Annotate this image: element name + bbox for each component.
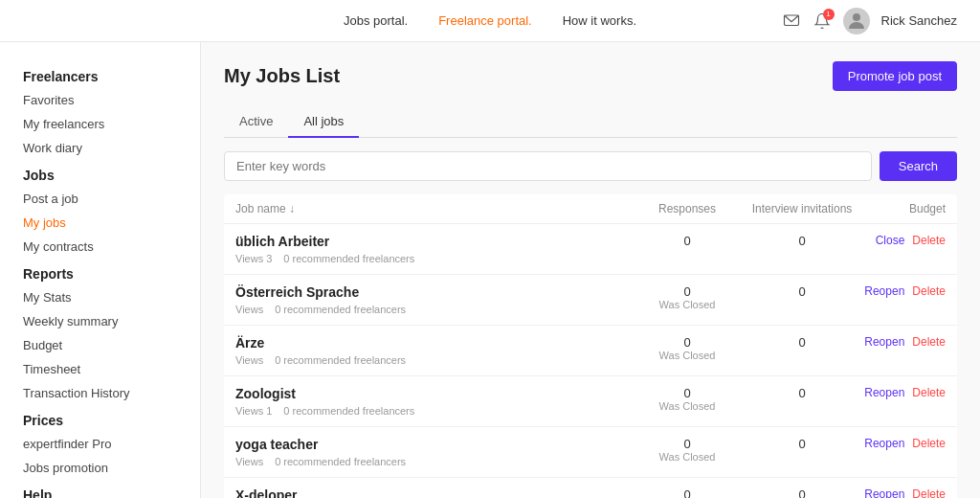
job-title: X-deloper (235, 487, 639, 498)
job-invitations: 0 (735, 437, 869, 451)
sidebar-item-favorites[interactable]: Favorites (0, 88, 200, 112)
job-responses: 0 (639, 386, 735, 400)
delete-link[interactable]: Delete (912, 437, 946, 450)
sidebar-item-budget[interactable]: Budget (0, 333, 200, 357)
col-budget: Budget (869, 202, 946, 215)
sidebar: Freelancers Favorites My freelancers Wor… (0, 42, 201, 498)
reopen-link[interactable]: Reopen (864, 437, 904, 450)
notification-badge: 1 (823, 9, 835, 20)
messages-icon[interactable] (782, 11, 801, 31)
tab-all-jobs[interactable]: All jobs (288, 106, 359, 138)
job-recommended: 0 recommended freelancers (283, 405, 414, 417)
sidebar-section-jobs: Jobs (0, 160, 200, 187)
close-link[interactable]: Close (876, 234, 905, 247)
delete-link[interactable]: Delete (912, 284, 946, 298)
job-responses: 0 (639, 284, 735, 299)
job-actions: ReopenDelete (869, 284, 946, 298)
sidebar-section-freelancers: Freelancers (0, 61, 200, 88)
job-responses: 0 (639, 234, 735, 248)
job-actions: ReopenDelete (869, 437, 946, 450)
job-recommended: 0 recommended freelancers (275, 456, 406, 467)
search-bar: Search (224, 151, 957, 181)
job-meta: Views 1 0 recommended freelancers (235, 405, 639, 417)
sidebar-item-timesheet[interactable]: Timesheet (0, 357, 200, 381)
job-status: Was Closed (639, 350, 735, 361)
jobs-list: üblich Arbeiter Views 3 0 recommended fr… (224, 224, 957, 498)
tab-active[interactable]: Active (224, 106, 288, 138)
job-views: Views (235, 304, 263, 315)
job-views: Views 1 (235, 405, 272, 417)
sidebar-item-weekly-summary[interactable]: Weekly summary (0, 309, 200, 333)
reopen-link[interactable]: Reopen (864, 386, 904, 399)
delete-link[interactable]: Delete (912, 234, 946, 247)
nav-links: Jobs portal. Freelance portal. How it wo… (344, 13, 636, 28)
job-actions: CloseDelete (869, 234, 946, 247)
promote-job-post-button[interactable]: Promote job post (833, 61, 957, 91)
page-title: My Jobs List (224, 65, 340, 87)
reopen-link[interactable]: Reopen (864, 487, 904, 498)
job-recommended: 0 recommended freelancers (283, 253, 414, 264)
job-meta: Views 3 0 recommended freelancers (235, 253, 639, 264)
job-views: Views 3 (235, 253, 272, 264)
job-responses: 0 (639, 335, 735, 350)
job-invitations: 0 (735, 487, 869, 498)
jobs-table: Job name ↓ Responses Interview invitatio… (224, 194, 957, 498)
job-status: Was Closed (639, 451, 735, 463)
job-recommended: 0 recommended freelancers (275, 304, 406, 315)
sidebar-item-my-contracts[interactable]: My contracts (0, 235, 200, 259)
sidebar-item-my-stats[interactable]: My Stats (0, 285, 200, 309)
nav-freelance-portal[interactable]: Freelance portal. (438, 13, 532, 28)
job-actions: ReopenDelete (869, 386, 946, 399)
sidebar-section-reports: Reports (0, 259, 200, 285)
nav-how-it-works[interactable]: How it works. (563, 13, 636, 28)
search-input[interactable] (224, 151, 872, 181)
sidebar-item-transaction-history[interactable]: Transaction History (0, 381, 200, 405)
delete-link[interactable]: Delete (912, 487, 946, 498)
delete-link[interactable]: Delete (912, 335, 946, 349)
job-title: Österreich Sprache (235, 284, 639, 300)
sidebar-item-post-a-job[interactable]: Post a job (0, 187, 200, 211)
sidebar-item-my-jobs[interactable]: My jobs (0, 211, 200, 235)
job-responses: 0 (639, 437, 735, 451)
job-title: yoga teacher (235, 437, 639, 452)
job-title: Zoologist (235, 386, 639, 401)
main-content: My Jobs List Promote job post Active All… (201, 42, 980, 498)
sidebar-item-expertfinder-pro[interactable]: expertfinder Pro (0, 432, 200, 456)
job-invitations: 0 (735, 234, 869, 248)
nav-user-area: 1 Rick Sanchez (782, 8, 957, 34)
table-row: Österreich Sprache Views 0 recommended f… (224, 275, 957, 326)
job-responses: 0 (639, 487, 735, 498)
svg-point-1 (853, 13, 860, 21)
sidebar-item-work-diary[interactable]: Work diary (0, 136, 200, 160)
search-button[interactable]: Search (880, 151, 957, 181)
job-recommended: 0 recommended freelancers (275, 354, 406, 366)
delete-link[interactable]: Delete (912, 386, 946, 399)
table-row: yoga teacher Views 0 recommended freelan… (224, 427, 957, 478)
job-invitations: 0 (735, 284, 869, 299)
sidebar-section-prices: Prices (0, 405, 200, 432)
job-status: Was Closed (639, 299, 735, 310)
sidebar-section-help: Help (0, 480, 200, 498)
job-title: üblich Arbeiter (235, 234, 639, 249)
avatar[interactable] (843, 8, 870, 34)
col-responses: Responses (639, 202, 735, 215)
user-name[interactable]: Rick Sanchez (881, 13, 957, 28)
notifications-icon[interactable]: 1 (813, 11, 832, 31)
top-navigation: Jobs portal. Freelance portal. How it wo… (0, 0, 980, 42)
job-meta: Views 0 recommended freelancers (235, 304, 639, 315)
reopen-link[interactable]: Reopen (864, 335, 904, 349)
job-title: Ärze (235, 335, 639, 351)
job-status: Was Closed (639, 400, 735, 412)
table-row: üblich Arbeiter Views 3 0 recommended fr… (224, 224, 957, 275)
sidebar-item-jobs-promotion[interactable]: Jobs promotion (0, 456, 200, 480)
nav-jobs-portal[interactable]: Jobs portal. (344, 13, 408, 28)
job-views: Views (235, 456, 263, 467)
col-invitations: Interview invitations (735, 202, 869, 215)
table-header: Job name ↓ Responses Interview invitatio… (224, 194, 957, 224)
job-invitations: 0 (735, 386, 869, 400)
sidebar-item-my-freelancers[interactable]: My freelancers (0, 112, 200, 136)
reopen-link[interactable]: Reopen (864, 284, 904, 298)
job-meta: Views 0 recommended freelancers (235, 456, 639, 467)
job-invitations: 0 (735, 335, 869, 350)
tabs: Active All jobs (224, 106, 957, 138)
